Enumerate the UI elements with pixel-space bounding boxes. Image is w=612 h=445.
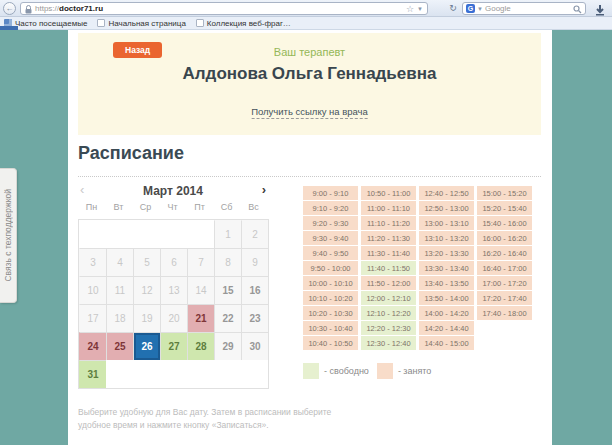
calendar-empty-cell — [160, 360, 187, 388]
timeslot-13:20-13:30: 13:20 - 13:30 — [419, 246, 474, 260]
calendar-prev-icon[interactable]: ‹ — [80, 182, 84, 197]
timeslot-column: 15:00 - 15:2015:20 - 15:4015:40 - 16:001… — [477, 186, 532, 351]
timeslot-13:50-14:00: 13:50 - 14:00 — [419, 291, 474, 305]
timeslot-9:30-9:40: 9:30 - 9:40 — [303, 231, 358, 245]
calendar-day-3[interactable]: 3 — [79, 248, 106, 276]
calendar-day-1[interactable]: 1 — [214, 220, 241, 248]
calendar-day-15[interactable]: 15 — [214, 276, 241, 304]
calendar-day-21[interactable]: 21 — [187, 304, 214, 332]
page-icon — [97, 19, 105, 27]
free-swatch — [303, 363, 319, 379]
doctor-name: Алдонова Ольга Геннадьевна — [78, 64, 541, 84]
calendar-empty-cell — [160, 220, 187, 248]
calendar-day-23[interactable]: 23 — [241, 304, 268, 332]
calendar-day-2[interactable]: 2 — [241, 220, 268, 248]
calendar-day-11[interactable]: 11 — [106, 276, 133, 304]
timeslot-12:20-12:30[interactable]: 12:20 - 12:30 — [361, 321, 416, 335]
timeslot-10:10-10:20: 10:10 - 10:20 — [303, 291, 358, 305]
timeslot-12:40-12:50: 12:40 - 12:50 — [419, 186, 474, 200]
support-tab-label: Связь с техподдержкой — [3, 189, 13, 282]
search-input[interactable]: G ▼ Google — [462, 2, 586, 15]
bookmark-item-homepage[interactable]: Начальная страница — [97, 19, 185, 28]
day-name: Пт — [186, 202, 213, 219]
reload-icon[interactable]: ↻ — [446, 2, 460, 15]
calendar-day-22[interactable]: 22 — [214, 304, 241, 332]
calendar-empty-cell — [133, 360, 160, 388]
timeslot-11:00-11:10: 11:00 - 11:10 — [361, 201, 416, 215]
url-bar[interactable]: https://doctor71.ru ☆ ▼ — [20, 2, 428, 15]
download-icon[interactable] — [593, 2, 607, 15]
legend-item-free: - свободно — [303, 363, 369, 379]
lock-icon — [25, 0, 32, 18]
calendar-day-5[interactable]: 5 — [133, 248, 160, 276]
timeslot-11:40-11:50[interactable]: 11:40 - 11:50 — [361, 261, 416, 275]
doctor-link[interactable]: Получить ссылку на врача — [251, 106, 368, 119]
timeslot-17:00-17:20: 17:00 - 17:20 — [477, 276, 532, 290]
day-name: Вт — [105, 202, 132, 219]
timeslot-12:00-12:10[interactable]: 12:00 - 12:10 — [361, 291, 416, 305]
calendar-day-7[interactable]: 7 — [187, 248, 214, 276]
calendar-day-6[interactable]: 6 — [160, 248, 187, 276]
calendar-day-16[interactable]: 16 — [241, 276, 268, 304]
content-panel: Назад Ваш терапевт Алдонова Ольга Геннад… — [68, 30, 552, 445]
calendar-nav: ‹ Март 2014 › — [78, 182, 268, 202]
calendar-day-25[interactable]: 25 — [106, 332, 133, 360]
day-name: Чт — [159, 202, 186, 219]
calendar-day-14[interactable]: 14 — [187, 276, 214, 304]
timeslot-12:10-12:20[interactable]: 12:10 - 12:20 — [361, 306, 416, 320]
timeslot-10:50-11:00: 10:50 - 11:00 — [361, 186, 416, 200]
browser-back-button[interactable]: ← — [3, 2, 16, 15]
timeslot-11:10-11:20: 11:10 - 11:20 — [361, 216, 416, 230]
calendar-day-18[interactable]: 18 — [106, 304, 133, 332]
calendar-day-9[interactable]: 9 — [241, 248, 268, 276]
timeslot-9:20-9:30: 9:20 - 9:30 — [303, 216, 358, 230]
calendar-day-13[interactable]: 13 — [160, 276, 187, 304]
search-engine-dropdown-icon[interactable]: ▼ — [477, 6, 483, 12]
instruction-note: Выберите удобную для Вас дату. Затем в р… — [78, 406, 363, 432]
page-icon — [196, 19, 204, 27]
timeslot-13:30-13:40: 13:30 - 13:40 — [419, 261, 474, 275]
timeslot-9:40-9:50: 9:40 - 9:50 — [303, 246, 358, 260]
timeslot-9:10-9:20: 9:10 - 9:20 — [303, 201, 358, 215]
calendar-day-19[interactable]: 19 — [133, 304, 160, 332]
calendar-day-10[interactable]: 10 — [79, 276, 106, 304]
calendar-day-27[interactable]: 27 — [160, 332, 187, 360]
calendar-next-icon[interactable]: › — [262, 182, 266, 197]
busy-swatch — [377, 363, 393, 379]
calendar-empty-cell — [133, 220, 160, 248]
bookmark-item-collection[interactable]: Коллекция веб-фраг… — [196, 19, 291, 28]
day-name: Сб — [213, 202, 240, 219]
search-icon[interactable] — [573, 0, 582, 18]
calendar-day-24[interactable]: 24 — [79, 332, 106, 360]
google-engine-icon[interactable]: G — [466, 4, 475, 13]
timeslot-column: 12:40 - 12:5012:50 - 13:0013:00 - 13:101… — [419, 186, 474, 351]
calendar-day-26[interactable]: 26 — [133, 332, 160, 360]
timeslot-grid: 9:00 - 9:109:10 - 9:209:20 - 9:309:30 - … — [303, 186, 532, 351]
calendar-day-29[interactable]: 29 — [214, 332, 241, 360]
timeslot-17:20-17:40: 17:20 - 17:40 — [477, 291, 532, 305]
calendar-day-8[interactable]: 8 — [214, 248, 241, 276]
calendar: ‹ Март 2014 › Пн Вт Ср Чт Пт Сб Вс 12345… — [78, 182, 268, 389]
calendar-day-31[interactable]: 31 — [79, 360, 106, 388]
url-dropdown-icon[interactable]: ▼ — [417, 6, 423, 12]
calendar-day-20[interactable]: 20 — [160, 304, 187, 332]
bookmark-star-icon[interactable]: ☆ — [406, 4, 414, 14]
timeslot-12:30-12:40[interactable]: 12:30 - 12:40 — [361, 336, 416, 350]
timeslot-15:00-15:20: 15:00 - 15:20 — [477, 186, 532, 200]
timeslot-column: 9:00 - 9:109:10 - 9:209:20 - 9:309:30 - … — [303, 186, 358, 351]
calendar-empty-cell — [214, 360, 241, 388]
calendar-day-28[interactable]: 28 — [187, 332, 214, 360]
calendar-day-12[interactable]: 12 — [133, 276, 160, 304]
calendar-day-30[interactable]: 30 — [241, 332, 268, 360]
timeslot-10:00-10:10: 10:00 - 10:10 — [303, 276, 358, 290]
calendar-day-17[interactable]: 17 — [79, 304, 106, 332]
bookmarks-bar: Часто посещаемые Начальная страница Колл… — [0, 17, 612, 30]
calendar-empty-cell — [79, 220, 106, 248]
browser-window: ← https://doctor71.ru ☆ ▼ ↻ G ▼ Google — [0, 0, 612, 445]
calendar-day-4[interactable]: 4 — [106, 248, 133, 276]
timeslot-12:50-13:00: 12:50 - 13:00 — [419, 201, 474, 215]
calendar-empty-cell — [106, 360, 133, 388]
support-tab[interactable]: Связь с техподдержкой — [0, 168, 17, 303]
day-name: Вс — [240, 202, 267, 219]
timeslot-13:10-13:20: 13:10 - 13:20 — [419, 231, 474, 245]
